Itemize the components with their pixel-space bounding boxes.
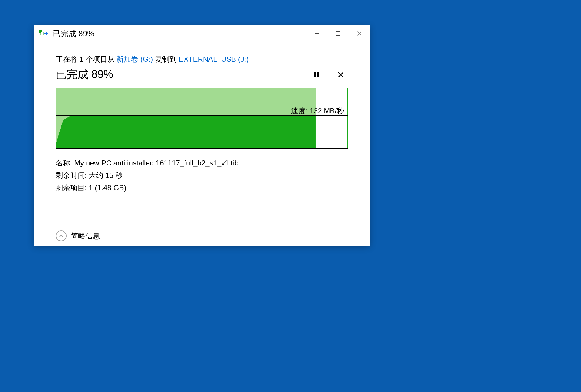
maximize-button[interactable] [327,25,349,42]
toggle-details-button[interactable] [56,230,67,241]
svg-rect-6 [314,72,316,77]
progress-row: 已完成 89% [56,67,348,82]
name-label: 名称: [56,159,74,167]
dest-link[interactable]: EXTERNAL_USB (J:) [179,55,249,63]
speed-chart: 速度: 132 MB/秒 [56,88,348,149]
speed-label: 速度: 132 MB/秒 [291,106,344,116]
chart-right-border [347,88,348,148]
dialog-content: 正在将 1 个项目从 新加卷 (G:) 复制到 EXTERNAL_USB (J:… [34,42,370,226]
titlebar[interactable]: 已完成 89% [34,25,370,42]
time-value: 大约 15 秒 [89,171,123,179]
cancel-button[interactable] [336,70,346,80]
dialog-footer: 简略信息 [34,226,370,246]
minimize-button[interactable] [306,25,327,42]
detail-name: 名称: My new PC anti installed 161117_full… [56,157,348,169]
time-label: 剩余时间: [56,171,89,179]
window-controls [306,25,370,42]
items-value: 1 (1.48 GB) [89,184,126,192]
pause-button[interactable] [312,70,321,80]
file-copy-dialog: 已完成 89% 正在将 1 个项目从 新加卷 (G:) 复制到 EXTERNAL… [34,25,370,246]
copy-mid: 复制到 [153,55,179,63]
window-title: 已完成 89% [53,28,306,39]
copy-description: 正在将 1 个项目从 新加卷 (G:) 复制到 EXTERNAL_USB (J:… [56,54,348,64]
copy-prefix: 正在将 1 个项目从 [56,55,117,63]
close-button[interactable] [349,25,370,42]
speed-curve [56,88,316,148]
toggle-details-label[interactable]: 简略信息 [71,231,100,241]
detail-items: 剩余项目: 1 (1.48 GB) [56,182,348,194]
svg-rect-3 [336,32,340,35]
chart-remaining [316,88,348,148]
source-link[interactable]: 新加卷 (G:) [117,55,153,63]
progress-controls [312,70,348,80]
copy-progress-icon [39,30,49,38]
svg-rect-7 [317,72,319,77]
transfer-details: 名称: My new PC anti installed 161117_full… [56,157,348,194]
items-label: 剩余项目: [56,184,89,192]
svg-rect-1 [41,32,44,35]
progress-percent-label: 已完成 89% [56,67,312,82]
name-value: My new PC anti installed 161117_full_b2_… [74,159,238,167]
detail-time: 剩余时间: 大约 15 秒 [56,169,348,182]
